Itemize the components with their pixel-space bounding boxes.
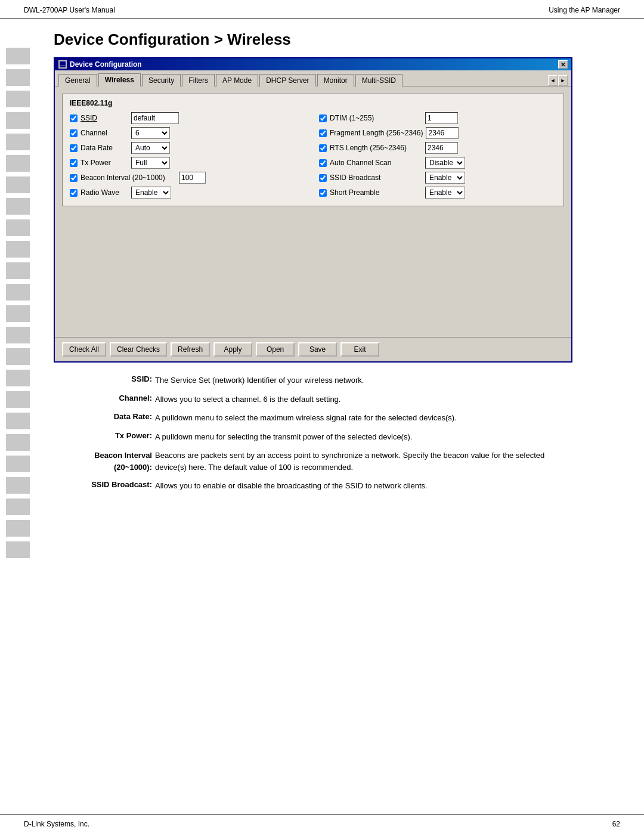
sidebar-block	[6, 91, 30, 107]
group-box-title: IEEE802.11g	[70, 99, 556, 107]
desc-ssid: SSID: The Service Set (network) Identifi…	[54, 374, 572, 386]
fragment-length-checkbox[interactable]	[319, 129, 327, 137]
auto-channel-label: Auto Channel Scan	[330, 159, 422, 167]
tab-monitor[interactable]: Monitor	[317, 74, 354, 86]
radio-wave-checkbox[interactable]	[70, 189, 78, 197]
desc-term-data-rate: Data Rate:	[54, 412, 155, 421]
short-preamble-select[interactable]: Enable Disable	[425, 187, 465, 199]
sidebar-block	[6, 348, 30, 365]
beacon-interval-input[interactable]	[179, 172, 206, 184]
rts-length-checkbox[interactable]	[319, 144, 327, 152]
ssid-row: SSID	[70, 112, 307, 124]
check-all-button[interactable]: Check All	[62, 342, 106, 357]
desc-def-beacon-interval: Beacons are packets sent by an access po…	[155, 450, 572, 473]
desc-channel: Channel: Allows you to select a channel.…	[54, 394, 572, 405]
beacon-interval-label: Beacon Interval (20~1000)	[80, 174, 176, 182]
sidebar-block	[6, 413, 30, 429]
refresh-button[interactable]: Refresh	[171, 342, 210, 357]
ssid-broadcast-row: SSID Broadcast Enable Disable	[319, 172, 556, 184]
short-preamble-row: Short Preamble Enable Disable	[319, 187, 556, 199]
titlebar-left: Device Configuration	[58, 60, 142, 69]
tab-dhcp-server[interactable]: DHCP Server	[259, 74, 315, 86]
sidebar-block	[6, 541, 30, 558]
window-title: Device Configuration	[70, 60, 142, 69]
tab-security[interactable]: Security	[142, 74, 181, 86]
data-rate-checkbox[interactable]	[70, 144, 78, 152]
sidebar-block	[6, 176, 30, 193]
rts-length-input[interactable]	[425, 142, 458, 154]
ssid-label: SSID	[80, 114, 128, 122]
header-right: Using the AP Manager	[549, 6, 620, 14]
auto-channel-select[interactable]: Disable Enable	[425, 157, 465, 169]
short-preamble-checkbox[interactable]	[319, 189, 327, 197]
tab-ap-mode[interactable]: AP Mode	[216, 74, 258, 86]
sidebar-block	[6, 477, 30, 494]
fragment-length-input[interactable]	[426, 127, 459, 139]
ssid-broadcast-label: SSID Broadcast	[330, 174, 422, 182]
tx-power-row: Tx Power Full	[70, 157, 307, 169]
auto-channel-checkbox[interactable]	[319, 159, 327, 167]
save-button[interactable]: Save	[298, 342, 337, 357]
data-rate-select[interactable]: Auto	[131, 142, 170, 154]
desc-term-beacon-interval: Beacon Interval(20~1000):	[54, 450, 155, 473]
tab-scroll-left[interactable]: ◄	[548, 75, 558, 86]
ssid-broadcast-checkbox[interactable]	[319, 174, 327, 182]
dtim-checkbox[interactable]	[319, 114, 327, 122]
ssid-checkbox[interactable]	[70, 114, 78, 122]
tab-scroll-right[interactable]: ►	[558, 75, 568, 86]
sidebar-block	[6, 370, 30, 386]
sidebar-block	[6, 112, 30, 129]
sidebar-block	[6, 327, 30, 343]
sidebar-block	[6, 456, 30, 472]
tabs-row: General Wireless Security Filters AP Mod…	[55, 70, 571, 86]
main-content: Device Configuration > Wireless Device C…	[48, 18, 644, 511]
beacon-interval-checkbox[interactable]	[70, 174, 78, 182]
desc-term-ssid: SSID:	[54, 374, 155, 383]
fragment-length-label: Fragment Length (256~2346)	[330, 129, 423, 137]
tab-wireless[interactable]: Wireless	[98, 73, 141, 86]
tx-power-checkbox[interactable]	[70, 159, 78, 167]
tab-general[interactable]: General	[58, 74, 97, 86]
exit-button[interactable]: Exit	[340, 342, 379, 357]
channel-checkbox[interactable]	[70, 129, 78, 137]
sidebar-block	[6, 284, 30, 301]
radio-wave-row: Radio Wave Enable Disable	[70, 187, 307, 199]
data-rate-row: Data Rate Auto	[70, 142, 307, 154]
desc-data-rate: Data Rate: A pulldown menu to select the…	[54, 412, 572, 424]
desc-def-data-rate: A pulldown menu to select the maximum wi…	[155, 412, 572, 424]
window-icon	[58, 60, 67, 69]
data-rate-label: Data Rate	[80, 144, 128, 152]
footer-right: 62	[612, 820, 620, 828]
window-frame: Device Configuration ✕ General Wireless …	[54, 57, 572, 363]
sidebar-block	[6, 391, 30, 408]
ssid-input[interactable]	[131, 112, 179, 124]
rts-length-row: RTS Length (256~2346)	[319, 142, 556, 154]
apply-button[interactable]: Apply	[213, 342, 252, 357]
dtim-row: DTIM (1~255)	[319, 112, 556, 124]
channel-label: Channel	[80, 129, 128, 137]
desc-def-ssid-broadcast: Allows you to enable or disable the broa…	[155, 480, 572, 492]
dtim-input[interactable]	[425, 112, 458, 124]
radio-wave-select[interactable]: Enable Disable	[131, 187, 171, 199]
desc-beacon-interval: Beacon Interval(20~1000): Beacons are pa…	[54, 450, 572, 473]
short-preamble-label: Short Preamble	[330, 188, 422, 197]
sidebar-block	[6, 219, 30, 236]
desc-ssid-broadcast: SSID Broadcast: Allows you to enable or …	[54, 480, 572, 492]
page-header: DWL-2700AP User's Manual Using the AP Ma…	[0, 0, 644, 18]
channel-select[interactable]: 6	[131, 127, 170, 139]
radio-wave-label: Radio Wave	[80, 188, 128, 197]
desc-term-tx-power: Tx Power:	[54, 431, 155, 440]
ssid-broadcast-select[interactable]: Enable Disable	[425, 172, 465, 184]
clear-checks-button[interactable]: Clear Checks	[110, 342, 167, 357]
tab-filters[interactable]: Filters	[182, 74, 215, 86]
window-close-button[interactable]: ✕	[558, 60, 568, 69]
desc-tx-power: Tx Power: A pulldown menu for selecting …	[54, 431, 572, 443]
open-button[interactable]: Open	[256, 342, 295, 357]
tx-power-label: Tx Power	[80, 159, 128, 167]
tx-power-select[interactable]: Full	[131, 157, 170, 169]
dtim-label: DTIM (1~255)	[330, 114, 422, 122]
sidebar-blocks	[0, 0, 42, 833]
sidebar-block	[6, 198, 30, 215]
auto-channel-row: Auto Channel Scan Disable Enable	[319, 157, 556, 169]
tab-multi-ssid[interactable]: Multi-SSID	[355, 74, 402, 86]
